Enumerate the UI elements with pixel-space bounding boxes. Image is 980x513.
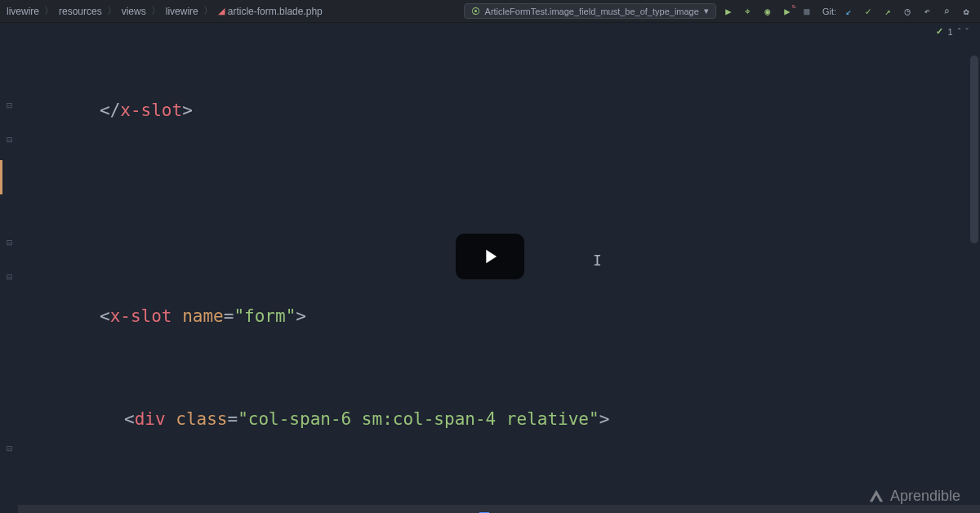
breadcrumb-seg[interactable]: livewire: [166, 6, 198, 17]
fold-icon[interactable]: ⊟: [7, 273, 15, 281]
code-line[interactable]: <x-slot name="form">: [18, 299, 980, 333]
search-icon[interactable]: ⌕: [939, 4, 954, 19]
breadcrumb-seg[interactable]: views: [122, 6, 146, 17]
run-button[interactable]: ▶: [721, 4, 736, 19]
test-icon: ⦿: [471, 7, 480, 16]
top-bar: livewire 〉 resources 〉 views 〉 livewire …: [0, 0, 980, 23]
git-pull-icon[interactable]: ↙: [841, 4, 856, 19]
fold-icon[interactable]: ⊟: [7, 136, 15, 144]
debug-button[interactable]: ⌖: [741, 4, 755, 19]
breadcrumb-file[interactable]: article-form.blade.php: [228, 6, 323, 17]
history-icon[interactable]: ◷: [900, 4, 915, 19]
breadcrumb[interactable]: livewire 〉 resources 〉 views 〉 livewire …: [7, 4, 323, 18]
code-line[interactable]: [18, 196, 980, 230]
run-config-label: ArticleFormTest.image_field_must_be_of_t…: [485, 7, 699, 16]
chevron-down-icon: ▾: [704, 6, 709, 16]
run-configuration-dropdown[interactable]: ⦿ ArticleFormTest.image_field_must_be_of…: [464, 3, 716, 19]
fold-icon[interactable]: ⊟: [7, 101, 15, 109]
profile-button[interactable]: ▶↻: [780, 4, 795, 19]
code-line[interactable]: <div class="col-span-6 sm:col-span-4 rel…: [18, 402, 980, 436]
change-marker[interactable]: [0, 160, 2, 194]
watermark: Aprendible: [867, 487, 960, 505]
coverage-button[interactable]: ◉: [760, 4, 775, 19]
chevron-right-icon: 〉: [107, 4, 117, 18]
settings-icon[interactable]: ✿: [959, 4, 973, 19]
chevron-right-icon: 〉: [203, 4, 213, 18]
git-commit-icon[interactable]: ✓: [861, 4, 875, 19]
fold-icon[interactable]: ⊟: [7, 444, 15, 453]
breadcrumb-root[interactable]: livewire: [7, 6, 39, 17]
code-line[interactable]: <x-select-image wire:model="image" :imag…: [18, 505, 980, 513]
git-push-icon[interactable]: ↗: [880, 4, 895, 19]
rollback-icon[interactable]: ↶: [920, 4, 934, 19]
git-label: Git:: [822, 7, 836, 16]
vertical-scrollbar[interactable]: [970, 56, 978, 243]
code-line[interactable]: </x-slot>: [18, 93, 980, 127]
toolbar-right: ⦿ ArticleFormTest.image_field_must_be_of…: [464, 3, 973, 19]
chevron-right-icon: 〉: [44, 4, 54, 18]
text-cursor-icon: I: [593, 243, 602, 278]
breadcrumb-seg[interactable]: resources: [59, 6, 102, 17]
blade-file-icon: ◢: [218, 6, 225, 16]
watermark-label: Aprendible: [890, 488, 960, 505]
fold-icon[interactable]: ⊟: [7, 239, 15, 247]
chevron-right-icon: 〉: [151, 4, 161, 18]
gutter[interactable]: ⊟ ⊟ ⊟ ⊟ ⊟: [0, 23, 18, 513]
stop-button[interactable]: ■: [800, 4, 814, 19]
video-play-button[interactable]: [456, 234, 524, 279]
